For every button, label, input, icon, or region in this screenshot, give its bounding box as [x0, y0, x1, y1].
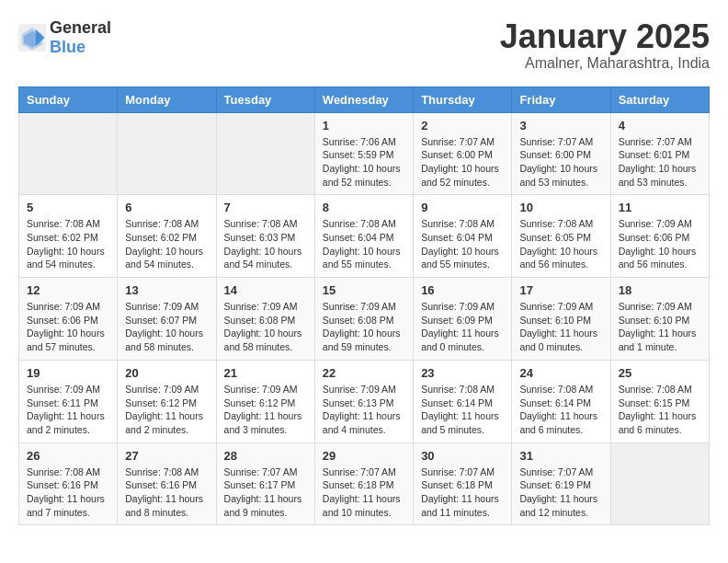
calendar-cell: 19Sunrise: 7:09 AM Sunset: 6:11 PM Dayli… — [19, 360, 118, 442]
calendar-cell: 13Sunrise: 7:09 AM Sunset: 6:07 PM Dayli… — [118, 278, 216, 361]
day-info: Sunrise: 7:08 AM Sunset: 6:04 PM Dayligh… — [323, 217, 405, 271]
day-number: 25 — [619, 366, 701, 380]
day-number: 16 — [421, 283, 504, 297]
calendar-cell: 23Sunrise: 7:08 AM Sunset: 6:14 PM Dayli… — [414, 360, 512, 442]
day-number: 8 — [323, 201, 405, 214]
calendar-cell: 25Sunrise: 7:08 AM Sunset: 6:15 PM Dayli… — [610, 360, 709, 442]
day-number: 30 — [421, 449, 504, 463]
day-number: 29 — [323, 449, 405, 463]
day-info: Sunrise: 7:09 AM Sunset: 6:12 PM Dayligh… — [224, 383, 307, 437]
weekday-header-row: SundayMondayTuesdayWednesdayThursdayFrid… — [19, 86, 710, 112]
calendar-cell: 12Sunrise: 7:09 AM Sunset: 6:06 PM Dayli… — [19, 278, 118, 361]
calendar-cell: 8Sunrise: 7:08 AM Sunset: 6:04 PM Daylig… — [314, 195, 413, 278]
logo: General Blue — [18, 18, 111, 57]
day-info: Sunrise: 7:08 AM Sunset: 6:02 PM Dayligh… — [125, 217, 208, 271]
day-info: Sunrise: 7:06 AM Sunset: 5:59 PM Dayligh… — [323, 135, 405, 190]
calendar-cell: 30Sunrise: 7:07 AM Sunset: 6:18 PM Dayli… — [414, 442, 512, 525]
calendar-week-row: 26Sunrise: 7:08 AM Sunset: 6:16 PM Dayli… — [19, 442, 710, 525]
calendar-cell: 18Sunrise: 7:09 AM Sunset: 6:10 PM Dayli… — [610, 278, 709, 361]
title-block: January 2025 Amalner, Maharashtra, India — [500, 18, 710, 72]
calendar-cell: 29Sunrise: 7:07 AM Sunset: 6:18 PM Dayli… — [314, 442, 413, 525]
calendar-cell: 9Sunrise: 7:08 AM Sunset: 6:04 PM Daylig… — [414, 195, 512, 278]
calendar-cell: 11Sunrise: 7:09 AM Sunset: 6:06 PM Dayli… — [610, 195, 709, 278]
weekday-header-sunday: Sunday — [19, 86, 118, 112]
day-number: 17 — [519, 283, 602, 297]
day-number: 10 — [519, 201, 602, 214]
day-info: Sunrise: 7:07 AM Sunset: 6:00 PM Dayligh… — [421, 135, 504, 190]
calendar-cell — [610, 442, 709, 525]
day-number: 14 — [224, 283, 307, 297]
calendar-table: SundayMondayTuesdayWednesdayThursdayFrid… — [18, 86, 710, 526]
day-number: 26 — [27, 449, 109, 463]
day-number: 31 — [519, 449, 602, 463]
day-number: 23 — [421, 366, 504, 380]
day-number: 11 — [619, 201, 701, 214]
calendar-cell — [216, 112, 314, 195]
day-info: Sunrise: 7:09 AM Sunset: 6:12 PM Dayligh… — [125, 383, 208, 437]
calendar-cell: 15Sunrise: 7:09 AM Sunset: 6:08 PM Dayli… — [314, 278, 413, 361]
day-info: Sunrise: 7:09 AM Sunset: 6:13 PM Dayligh… — [323, 383, 405, 437]
day-number: 15 — [323, 283, 405, 297]
day-number: 7 — [224, 201, 307, 214]
logo-text-general: General — [50, 18, 111, 37]
weekday-header-friday: Friday — [512, 86, 610, 112]
day-info: Sunrise: 7:08 AM Sunset: 6:04 PM Dayligh… — [421, 217, 504, 271]
day-info: Sunrise: 7:08 AM Sunset: 6:15 PM Dayligh… — [619, 383, 701, 437]
calendar-cell: 21Sunrise: 7:09 AM Sunset: 6:12 PM Dayli… — [216, 360, 314, 442]
day-number: 6 — [125, 201, 208, 214]
calendar-cell: 4Sunrise: 7:07 AM Sunset: 6:01 PM Daylig… — [610, 112, 709, 195]
calendar-cell: 2Sunrise: 7:07 AM Sunset: 6:00 PM Daylig… — [414, 112, 512, 195]
day-info: Sunrise: 7:07 AM Sunset: 6:00 PM Dayligh… — [519, 135, 602, 190]
calendar-cell: 28Sunrise: 7:07 AM Sunset: 6:17 PM Dayli… — [216, 442, 314, 525]
day-info: Sunrise: 7:09 AM Sunset: 6:08 PM Dayligh… — [224, 300, 307, 354]
day-number: 12 — [27, 283, 109, 297]
weekday-header-saturday: Saturday — [610, 86, 709, 112]
day-info: Sunrise: 7:08 AM Sunset: 6:14 PM Dayligh… — [421, 383, 504, 437]
calendar-cell — [118, 112, 216, 195]
day-info: Sunrise: 7:08 AM Sunset: 6:16 PM Dayligh… — [27, 465, 109, 520]
weekday-header-tuesday: Tuesday — [216, 86, 314, 112]
day-info: Sunrise: 7:09 AM Sunset: 6:08 PM Dayligh… — [323, 300, 405, 354]
weekday-header-wednesday: Wednesday — [314, 86, 413, 112]
day-info: Sunrise: 7:09 AM Sunset: 6:06 PM Dayligh… — [27, 300, 109, 354]
day-number: 18 — [619, 283, 701, 297]
calendar-cell: 5Sunrise: 7:08 AM Sunset: 6:02 PM Daylig… — [19, 195, 118, 278]
weekday-header-monday: Monday — [118, 86, 216, 112]
day-number: 19 — [27, 366, 109, 380]
calendar-cell: 31Sunrise: 7:07 AM Sunset: 6:19 PM Dayli… — [512, 442, 610, 525]
calendar-cell: 26Sunrise: 7:08 AM Sunset: 6:16 PM Dayli… — [19, 442, 118, 525]
day-number: 24 — [519, 366, 602, 380]
day-number: 5 — [27, 201, 109, 214]
day-number: 22 — [323, 366, 405, 380]
calendar-week-row: 19Sunrise: 7:09 AM Sunset: 6:11 PM Dayli… — [19, 360, 710, 442]
calendar-week-row: 12Sunrise: 7:09 AM Sunset: 6:06 PM Dayli… — [19, 278, 710, 361]
day-info: Sunrise: 7:08 AM Sunset: 6:14 PM Dayligh… — [519, 383, 602, 437]
calendar-cell: 7Sunrise: 7:08 AM Sunset: 6:03 PM Daylig… — [216, 195, 314, 278]
calendar-cell: 3Sunrise: 7:07 AM Sunset: 6:00 PM Daylig… — [512, 112, 610, 195]
day-number: 9 — [421, 201, 504, 214]
day-info: Sunrise: 7:09 AM Sunset: 6:10 PM Dayligh… — [619, 300, 701, 354]
day-number: 2 — [421, 119, 504, 132]
calendar-cell: 17Sunrise: 7:09 AM Sunset: 6:10 PM Dayli… — [512, 278, 610, 361]
calendar-cell: 10Sunrise: 7:08 AM Sunset: 6:05 PM Dayli… — [512, 195, 610, 278]
day-info: Sunrise: 7:09 AM Sunset: 6:10 PM Dayligh… — [519, 300, 602, 354]
day-number: 28 — [224, 449, 307, 463]
calendar-cell: 6Sunrise: 7:08 AM Sunset: 6:02 PM Daylig… — [118, 195, 216, 278]
calendar-subtitle: Amalner, Maharashtra, India — [500, 55, 710, 72]
day-number: 13 — [125, 283, 208, 297]
calendar-cell: 24Sunrise: 7:08 AM Sunset: 6:14 PM Dayli… — [512, 360, 610, 442]
day-number: 27 — [125, 449, 208, 463]
day-info: Sunrise: 7:07 AM Sunset: 6:18 PM Dayligh… — [421, 465, 504, 520]
calendar-week-row: 1Sunrise: 7:06 AM Sunset: 5:59 PM Daylig… — [19, 112, 710, 195]
day-number: 4 — [619, 119, 701, 132]
day-number: 3 — [519, 119, 602, 132]
day-info: Sunrise: 7:07 AM Sunset: 6:18 PM Dayligh… — [323, 465, 405, 520]
day-info: Sunrise: 7:07 AM Sunset: 6:19 PM Dayligh… — [519, 465, 602, 520]
calendar-cell: 14Sunrise: 7:09 AM Sunset: 6:08 PM Dayli… — [216, 278, 314, 361]
day-info: Sunrise: 7:07 AM Sunset: 6:17 PM Dayligh… — [224, 465, 307, 520]
calendar-cell: 1Sunrise: 7:06 AM Sunset: 5:59 PM Daylig… — [314, 112, 413, 195]
day-number: 1 — [323, 119, 405, 132]
day-info: Sunrise: 7:08 AM Sunset: 6:03 PM Dayligh… — [224, 217, 307, 271]
logo-icon — [18, 24, 46, 52]
day-info: Sunrise: 7:09 AM Sunset: 6:11 PM Dayligh… — [27, 383, 109, 437]
